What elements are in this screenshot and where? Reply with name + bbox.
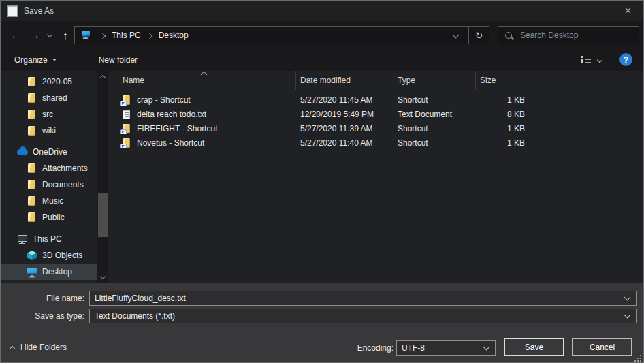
chevron-down-icon (452, 32, 459, 39)
sidebar-item-wiki[interactable]: wiki (1, 123, 97, 139)
file-type: Shortcut (393, 138, 476, 148)
file-row-firefight-shortcut[interactable]: FIREFIGHT - Shortcut5/27/2020 11:39 AMSh… (110, 121, 643, 136)
sidebar-item-label: 3D Objects (42, 251, 82, 260)
file-row-delta-reach-todo-txt[interactable]: delta reach todo.txt12/20/2019 5:49 PMTe… (110, 107, 643, 121)
file-size: 8 KB (476, 110, 530, 119)
chevron-down-icon[interactable] (483, 343, 490, 350)
search-input[interactable] (519, 30, 632, 41)
file-name: crap - Shortcut (137, 95, 191, 105)
folder-icon (27, 179, 37, 190)
file-name-combobox[interactable] (89, 291, 637, 306)
save-as-type-value: Text Documents (*.txt) (95, 311, 175, 321)
resize-grip[interactable] (640, 360, 641, 362)
organize-label: Organize (14, 55, 48, 65)
breadcrumb: This PCDesktop (95, 31, 190, 40)
folder-shortcut-icon (121, 95, 132, 106)
scroll-down-icon[interactable] (100, 274, 106, 279)
chevron-down-icon (47, 32, 52, 37)
save-button[interactable]: Save (504, 338, 564, 356)
sidebar-item-desktop[interactable]: Desktop (1, 264, 97, 280)
column-header-type[interactable]: Type (393, 71, 476, 90)
hide-folders-button[interactable]: Hide Folders (10, 343, 67, 352)
scroll-up-icon[interactable] (100, 75, 106, 80)
sidebar-item-label: Music (42, 196, 63, 206)
this-pc-icon (81, 29, 91, 39)
file-type: Text Document (393, 110, 476, 119)
file-date-modified: 5/27/2020 11:45 AM (296, 95, 393, 105)
file-name: delta reach todo.txt (137, 110, 206, 119)
file-name-input[interactable] (95, 294, 618, 303)
sidebar-item-label: Desktop (42, 267, 72, 277)
back-button[interactable] (6, 27, 25, 43)
breadcrumb-chevron-icon[interactable] (100, 33, 106, 38)
new-folder-button[interactable]: New folder (92, 48, 144, 71)
navigation-bar: This PCDesktop (1, 21, 643, 48)
sidebar-item-label: Documents (42, 180, 84, 189)
file-list: NameDate modifiedTypeSize crap - Shortcu… (110, 71, 643, 283)
sidebar-item-attachments[interactable]: Attachments (1, 160, 97, 176)
sidebar-item-this-pc[interactable]: This PC (1, 231, 97, 247)
sidebar-item-src[interactable]: src (1, 106, 97, 123)
shortcut-arrow-icon (121, 130, 126, 134)
views-dropdown-icon[interactable] (597, 57, 602, 62)
details-view-icon[interactable] (581, 56, 591, 64)
3d-objects-icon (27, 250, 37, 261)
search-box[interactable] (498, 26, 639, 44)
text-document-icon (121, 109, 132, 120)
encoding-value: UTF-8 (402, 343, 425, 353)
column-header-filler (530, 71, 643, 90)
sidebar-item-onedrive[interactable]: OneDrive (1, 144, 97, 160)
sidebar-item-public[interactable]: Public (1, 209, 97, 225)
sidebar-item-music[interactable]: Music (1, 193, 97, 209)
sidebar-item-2020-05[interactable]: 2020-05 (1, 74, 97, 90)
sidebar-item-3d-objects[interactable]: 3D Objects (1, 247, 97, 264)
folder-icon (27, 125, 37, 136)
search-icon (505, 32, 512, 39)
up-button[interactable] (57, 27, 74, 43)
recent-locations-button[interactable] (44, 27, 56, 43)
forward-button[interactable] (25, 27, 44, 43)
file-type: Shortcut (393, 124, 476, 133)
column-header-date-modified[interactable]: Date modified (296, 71, 393, 90)
onedrive-icon (17, 146, 28, 157)
file-name-label: File name: (1, 294, 84, 303)
breadcrumb-item-this-pc[interactable]: This PC (110, 31, 142, 40)
sidebar-scrollbar[interactable] (97, 71, 108, 283)
folder-icon (27, 163, 37, 174)
scrollbar-thumb[interactable] (98, 193, 108, 237)
sidebar-item-label: This PC (33, 234, 62, 244)
new-folder-label: New folder (99, 55, 138, 65)
sidebar-item-shared[interactable]: shared (1, 90, 97, 106)
breadcrumb-item-desktop[interactable]: Desktop (157, 31, 190, 40)
file-row-crap-shortcut[interactable]: crap - Shortcut5/27/2020 11:45 AMShortcu… (110, 93, 643, 107)
chevron-up-icon (10, 345, 15, 351)
address-bar[interactable]: This PCDesktop (74, 26, 469, 44)
file-name: Novetus - Shortcut (137, 138, 204, 148)
organize-button[interactable]: Organize (7, 48, 63, 71)
file-rows: crap - Shortcut5/27/2020 11:45 AMShortcu… (110, 93, 643, 150)
folder-icon (27, 76, 37, 87)
column-headers: NameDate modifiedTypeSize (110, 71, 643, 90)
save-as-type-label: Save as type: (1, 311, 84, 321)
help-icon[interactable] (619, 53, 632, 66)
file-name: FIREFIGHT - Shortcut (137, 124, 217, 133)
file-row-novetus-shortcut[interactable]: Novetus - Shortcut5/27/2020 11:40 AMShor… (110, 136, 643, 150)
refresh-button[interactable] (468, 26, 489, 44)
main-area: 2020-05sharedsrcwikiOneDriveAttachmentsD… (1, 71, 643, 283)
this-pc-icon (17, 234, 28, 244)
close-icon[interactable] (613, 1, 643, 21)
cancel-button[interactable]: Cancel (572, 338, 632, 356)
file-date-modified: 5/27/2020 11:39 AM (296, 124, 393, 133)
chevron-down-icon[interactable] (624, 312, 631, 319)
sidebar-item-documents[interactable]: Documents (1, 176, 97, 193)
breadcrumb-chevron-icon[interactable] (146, 33, 152, 38)
file-size: 1 KB (476, 95, 530, 105)
encoding-combobox[interactable]: UTF-8 (396, 340, 496, 356)
address-dropdown-button[interactable] (447, 33, 464, 37)
save-as-type-combobox[interactable]: Text Documents (*.txt) (89, 309, 637, 323)
column-header-size[interactable]: Size (476, 71, 530, 90)
save-panel: File name: Save as type: Text Documents … (1, 283, 643, 363)
command-toolbar: Organize New folder (1, 48, 643, 71)
folder-icon (27, 93, 37, 104)
chevron-down-icon[interactable] (624, 294, 631, 301)
